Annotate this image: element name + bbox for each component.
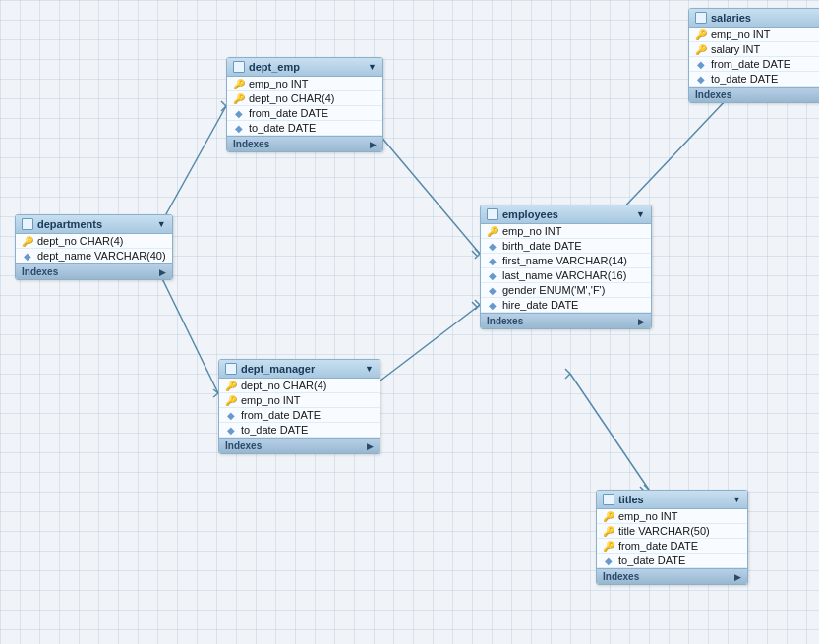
table-dept-emp: dept_emp ▼ 🔑 emp_no INT 🔑 dept_no CHAR(4…: [226, 57, 383, 152]
key-icon: 🔑: [603, 511, 614, 522]
field-row: ◆ to_date DATE: [597, 554, 747, 568]
field-label: emp_no INT: [711, 29, 771, 40]
indexes-expand-icon[interactable]: ▶: [370, 140, 377, 149]
indexes-bar-employees[interactable]: Indexes ▶: [481, 313, 651, 328]
svg-line-14: [364, 305, 480, 393]
field-row: ◆ last_name VARCHAR(16): [481, 268, 651, 283]
table-icon-departments: [22, 218, 33, 230]
diamond-icon: ◆: [22, 251, 33, 262]
svg-line-23: [570, 374, 649, 490]
key-icon: 🔑: [695, 29, 707, 40]
diamond-icon: ◆: [487, 241, 498, 252]
table-header-departments[interactable]: departments ▼: [16, 215, 172, 234]
field-label: dept_no CHAR(4): [37, 235, 123, 247]
table-dropdown-titles[interactable]: ▼: [732, 495, 741, 504]
table-employees: employees ▼ 🔑 emp_no INT ◆ birth_date DA…: [480, 205, 652, 329]
table-title-salaries: salaries: [711, 12, 816, 24]
table-header-dept-manager[interactable]: dept_manager ▼: [219, 360, 380, 379]
indexes-expand-icon[interactable]: ▶: [367, 441, 374, 451]
indexes-label: Indexes: [695, 89, 731, 100]
svg-line-28: [565, 374, 570, 379]
table-title-employees: employees: [502, 208, 632, 220]
field-label: gender ENUM('M','F'): [502, 284, 605, 296]
table-header-dept-emp[interactable]: dept_emp ▼: [227, 58, 382, 77]
indexes-expand-icon[interactable]: ▶: [638, 317, 645, 326]
field-row: 🔑 dept_no CHAR(4): [227, 91, 382, 106]
field-row: 🔑 dept_no CHAR(4): [219, 379, 380, 393]
table-icon-salaries: [695, 12, 707, 24]
indexes-label: Indexes: [22, 266, 58, 277]
table-header-titles[interactable]: titles ▼: [597, 491, 747, 509]
field-label: to_date DATE: [241, 424, 308, 436]
field-label: emp_no INT: [618, 510, 678, 522]
key-icon: 🔑: [603, 541, 614, 552]
svg-line-17: [472, 302, 477, 307]
table-dropdown-dept-manager[interactable]: ▼: [365, 364, 374, 374]
diamond-icon: ◆: [487, 256, 498, 266]
table-dropdown-departments[interactable]: ▼: [157, 219, 166, 229]
field-label: to_date DATE: [618, 555, 685, 566]
field-label: from_date DATE: [711, 58, 790, 70]
indexes-bar-titles[interactable]: Indexes ▶: [597, 568, 747, 584]
diamond-icon: ◆: [487, 300, 498, 311]
field-label: emp_no INT: [241, 394, 301, 406]
field-label: dept_no CHAR(4): [241, 380, 326, 391]
svg-line-18: [617, 98, 728, 214]
table-salaries: salaries ▼ 🔑 emp_no INT 🔑 salary INT ◆ f…: [688, 8, 819, 103]
key-icon: 🔑: [695, 44, 707, 55]
diamond-icon: ◆: [225, 410, 237, 421]
indexes-label: Indexes: [233, 139, 269, 149]
field-label: dept_no CHAR(4): [249, 92, 334, 104]
table-header-salaries[interactable]: salaries ▼: [689, 9, 819, 28]
field-row: ◆ birth_date DATE: [481, 239, 651, 254]
field-row: 🔑 emp_no INT: [689, 28, 819, 42]
field-row: 🔑 salary INT: [689, 42, 819, 57]
field-label: emp_no INT: [249, 78, 309, 89]
field-label: salary INT: [711, 43, 760, 55]
table-icon-employees: [487, 208, 498, 220]
field-row: 🔑 emp_no INT: [219, 393, 380, 408]
table-icon-titles: [603, 494, 614, 505]
field-label: first_name VARCHAR(14): [502, 255, 627, 266]
diamond-icon: ◆: [225, 425, 237, 436]
indexes-label: Indexes: [603, 571, 639, 582]
indexes-expand-icon[interactable]: ▶: [159, 267, 166, 277]
field-row: 🔑 emp_no INT: [597, 509, 747, 524]
field-row: ◆ dept_name VARCHAR(40): [16, 249, 172, 263]
indexes-bar-departments[interactable]: Indexes ▶: [16, 263, 172, 279]
key-icon: 🔑: [225, 381, 237, 391]
diamond-icon: ◆: [233, 108, 245, 119]
field-label: dept_name VARCHAR(40): [37, 250, 166, 262]
key-icon: 🔑: [487, 226, 498, 237]
field-row: ◆ gender ENUM('M','F'): [481, 283, 651, 298]
key-icon: 🔑: [233, 79, 245, 89]
diamond-icon: ◆: [487, 270, 498, 281]
field-row: ◆ to_date DATE: [227, 121, 382, 136]
table-dropdown-employees[interactable]: ▼: [636, 209, 645, 219]
field-label: from_date DATE: [241, 409, 321, 421]
field-label: to_date DATE: [249, 122, 316, 134]
field-row: ◆ to_date DATE: [219, 423, 380, 438]
indexes-expand-icon[interactable]: ▶: [734, 572, 741, 582]
indexes-bar-dept-emp[interactable]: Indexes ▶: [227, 136, 382, 151]
field-row: ◆ hire_date DATE: [481, 298, 651, 313]
field-label: last_name VARCHAR(16): [502, 269, 626, 281]
table-title-dept-manager: dept_manager: [241, 363, 361, 375]
indexes-bar-salaries[interactable]: Indexes ▶: [689, 87, 819, 102]
svg-line-13: [472, 251, 477, 256]
table-header-employees[interactable]: employees ▼: [481, 205, 651, 224]
field-label: from_date DATE: [249, 107, 328, 119]
diamond-icon: ◆: [603, 556, 614, 566]
indexes-label: Indexes: [487, 316, 523, 326]
indexes-bar-dept-manager[interactable]: Indexes ▶: [219, 438, 380, 453]
svg-line-27: [565, 369, 570, 374]
key-icon: 🔑: [225, 395, 237, 406]
key-icon: 🔑: [233, 93, 245, 104]
field-row: ◆ from_date DATE: [227, 106, 382, 121]
field-row: 🔑 dept_no CHAR(4): [16, 234, 172, 249]
field-row: 🔑 emp_no INT: [227, 77, 382, 91]
table-title-departments: departments: [37, 218, 153, 230]
table-dropdown-dept-emp[interactable]: ▼: [368, 62, 377, 72]
field-row: 🔑 title VARCHAR(50): [597, 524, 747, 539]
indexes-label: Indexes: [225, 440, 262, 451]
